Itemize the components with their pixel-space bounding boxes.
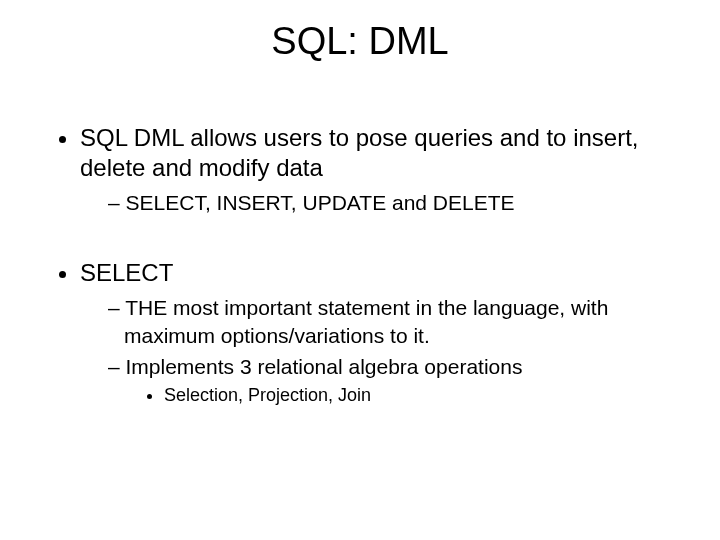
sub-list: SELECT, INSERT, UPDATE and DELETE — [80, 189, 690, 216]
sub-sub-bullet-text: Selection, Projection, Join — [164, 385, 371, 405]
sub-bullet-item: THE most important statement in the lang… — [108, 294, 690, 349]
sub-bullet-item: SELECT, INSERT, UPDATE and DELETE — [108, 189, 690, 216]
spacer — [30, 222, 690, 258]
slide-title: SQL: DML — [30, 20, 690, 63]
sub-bullet-text: THE most important statement in the lang… — [124, 296, 608, 346]
bullet-text: SELECT — [80, 259, 173, 286]
sub-sub-bullet-item: Selection, Projection, Join — [164, 384, 690, 407]
sub-sub-list: Selection, Projection, Join — [124, 384, 690, 407]
slide: SQL: DML SQL DML allows users to pose qu… — [0, 0, 720, 540]
sub-bullet-text: Implements 3 relational algebra operatio… — [126, 355, 523, 378]
bullet-item-2: SELECT THE most important statement in t… — [80, 258, 690, 407]
sub-list: THE most important statement in the lang… — [80, 294, 690, 407]
bullet-text: SQL DML allows users to pose queries and… — [80, 124, 639, 181]
sub-bullet-item: Implements 3 relational algebra operatio… — [108, 353, 690, 408]
bullet-list: SELECT THE most important statement in t… — [30, 258, 690, 407]
bullet-item-1: SQL DML allows users to pose queries and… — [80, 123, 690, 216]
bullet-list: SQL DML allows users to pose queries and… — [30, 123, 690, 216]
sub-bullet-text: SELECT, INSERT, UPDATE and DELETE — [126, 191, 515, 214]
